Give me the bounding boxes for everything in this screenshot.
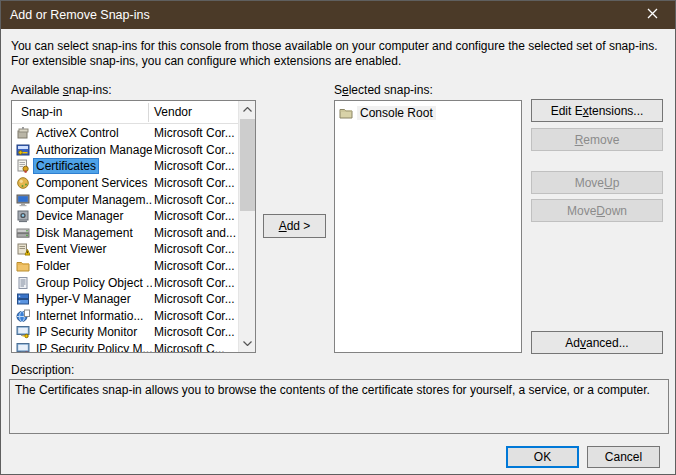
advanced-button[interactable]: Advanced... — [531, 331, 663, 354]
snapin-row[interactable]: CertificatesMicrosoft Cor... — [12, 158, 238, 175]
snapin-row[interactable]: ActiveX ControlMicrosoft Cor... — [12, 125, 238, 142]
snapin-vendor: Microsoft Cor... — [154, 193, 235, 207]
title-bar: Add or Remove Snap-ins — [1, 1, 675, 29]
snapin-vendor: Microsoft C... — [154, 342, 225, 352]
snapin-name: ActiveX Control — [34, 126, 121, 140]
snapin-name: Certificates — [34, 159, 98, 173]
snapin-name: Event Viewer — [34, 242, 108, 256]
snapin-row[interactable]: Internet Informatio...Microsoft Cor... — [12, 308, 238, 325]
snapin-vendor: Microsoft Cor... — [154, 209, 235, 223]
snapin-name: IP Security Policy M... — [34, 342, 152, 352]
component-services-icon — [16, 176, 30, 190]
cancel-button[interactable]: Cancel — [587, 446, 660, 468]
snapin-name: Device Manager — [34, 209, 125, 223]
close-button[interactable] — [630, 1, 675, 29]
snapin-vendor: Microsoft Cor... — [154, 143, 235, 157]
column-divider[interactable] — [148, 103, 149, 122]
edit-extensions-button[interactable]: Edit Extensions... — [531, 99, 663, 122]
snapin-name: IP Security Monitor — [34, 325, 139, 339]
move-up-button[interactable]: Move Up — [531, 171, 663, 194]
available-snapins-list[interactable]: Snap-in Vendor ActiveX ControlMicrosoft … — [11, 100, 256, 353]
selected-snapin-name: Console Root — [357, 106, 436, 120]
scroll-down-icon[interactable] — [239, 335, 256, 352]
column-header-vendor[interactable]: Vendor — [154, 105, 192, 119]
snapin-row[interactable]: Device ManagerMicrosoft Cor... — [12, 208, 238, 225]
snapin-row[interactable]: IP Security Policy M...Microsoft C... — [12, 341, 238, 352]
snapin-vendor: Microsoft Cor... — [154, 126, 235, 140]
ip-security-monitor-icon — [16, 325, 30, 339]
scroll-up-icon[interactable] — [239, 101, 256, 118]
remove-button[interactable]: Remove — [531, 128, 663, 151]
activex-control-icon — [16, 126, 30, 140]
snapin-row[interactable]: IP Security MonitorMicrosoft Cor... — [12, 324, 238, 341]
snapin-vendor: Microsoft Cor... — [154, 159, 235, 173]
snapin-row[interactable]: Disk ManagementMicrosoft and... — [12, 225, 238, 242]
group-policy-object-icon — [16, 276, 30, 290]
snapin-vendor: Microsoft Cor... — [154, 259, 235, 273]
move-down-button[interactable]: Move Down — [531, 199, 663, 222]
close-icon — [647, 8, 658, 22]
vertical-scrollbar[interactable] — [238, 101, 255, 352]
console-root-icon — [339, 106, 353, 120]
internet-information-icon — [16, 309, 30, 323]
column-header-snapin[interactable]: Snap-in — [21, 105, 62, 119]
device-manager-icon — [16, 209, 30, 223]
description-box: The Certificates snap-in allows you to b… — [9, 379, 669, 434]
ok-button[interactable]: OK — [506, 446, 579, 468]
snapin-row[interactable]: Event ViewerMicrosoft Cor... — [12, 241, 238, 258]
selected-snapin-row[interactable]: Console Root — [335, 104, 521, 122]
authorization-manager-icon — [16, 143, 30, 157]
snapin-row[interactable]: Hyper-V ManagerMicrosoft Cor... — [12, 291, 238, 308]
snapin-row[interactable]: Component ServicesMicrosoft Cor... — [12, 175, 238, 192]
intro-text: You can select snap-ins for this console… — [11, 39, 667, 69]
snapin-vendor: Microsoft Cor... — [154, 325, 235, 339]
snapin-vendor: Microsoft Cor... — [154, 276, 235, 290]
snapin-name: Internet Informatio... — [34, 309, 145, 323]
event-viewer-icon — [16, 242, 30, 256]
snapin-row[interactable]: Computer Managem...Microsoft Cor... — [12, 191, 238, 208]
add-button[interactable]: Add > — [263, 214, 326, 238]
snapin-name: Disk Management — [34, 226, 135, 240]
snapin-vendor: Microsoft Cor... — [154, 309, 235, 323]
snapin-row[interactable]: Authorization ManagerMicrosoft Cor... — [12, 142, 238, 159]
available-snapins-label: Available snap-ins: — [11, 83, 112, 97]
snapin-name: Component Services — [34, 176, 149, 190]
snapin-vendor: Microsoft Cor... — [154, 292, 235, 306]
selected-snapins-list[interactable]: Console Root — [334, 100, 522, 353]
snapin-name: Folder — [34, 259, 72, 273]
folder-icon — [16, 259, 30, 273]
certificates-icon — [16, 159, 30, 173]
ip-security-policy-icon — [16, 342, 30, 352]
selected-snapins-label: Selected snap-ins: — [334, 83, 433, 97]
snapin-name: Authorization Manager — [34, 143, 152, 157]
snapin-row[interactable]: Group Policy Object ...Microsoft Cor... — [12, 274, 238, 291]
scrollbar-thumb[interactable] — [240, 119, 255, 211]
snapin-vendor: Microsoft Cor... — [154, 242, 235, 256]
available-snapins-rows: ActiveX ControlMicrosoft Cor...Authoriza… — [12, 125, 238, 352]
description-label: Description: — [11, 363, 74, 377]
list-column-header: Snap-in Vendor — [12, 101, 255, 124]
snapin-name: Group Policy Object ... — [34, 276, 152, 290]
snapin-vendor: Microsoft and... — [154, 226, 236, 240]
snapin-vendor: Microsoft Cor... — [154, 176, 235, 190]
disk-management-icon — [16, 226, 30, 240]
snapin-name: Computer Managem... — [34, 193, 152, 207]
computer-management-icon — [16, 193, 30, 207]
snapin-name: Hyper-V Manager — [34, 292, 133, 306]
add-remove-snapins-dialog: Add or Remove Snap-ins You can select sn… — [0, 0, 676, 475]
hyperv-manager-icon — [16, 292, 30, 306]
window-title: Add or Remove Snap-ins — [10, 8, 150, 22]
snapin-row[interactable]: FolderMicrosoft Cor... — [12, 258, 238, 275]
